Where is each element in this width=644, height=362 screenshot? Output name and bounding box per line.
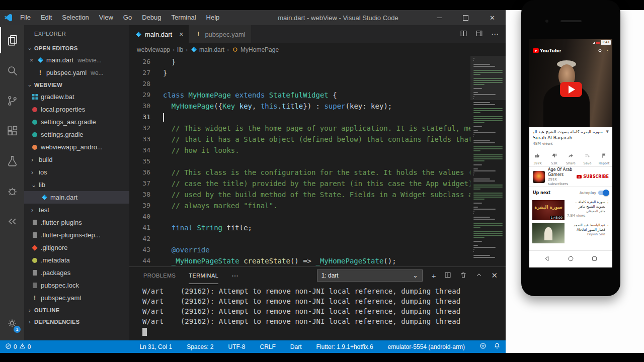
code-line[interactable]: 39 // always marked "final".: [129, 200, 470, 211]
menu-terminal[interactable]: Terminal: [166, 10, 201, 25]
code-line[interactable]: 27}: [129, 67, 470, 78]
autoplay-toggle[interactable]: [598, 191, 609, 195]
status-item-4[interactable]: Dart: [290, 343, 302, 350]
problems-status[interactable]: 0 0: [5, 343, 31, 351]
tree-item[interactable]: settings_aar.gradle: [24, 116, 129, 128]
status-item-6[interactable]: emulator-5554 (android-arm): [388, 343, 465, 350]
status-item-1[interactable]: Spaces: 2: [187, 343, 213, 350]
panel-more-icon[interactable]: ⋯: [231, 272, 238, 280]
menu-go[interactable]: Go: [118, 10, 137, 25]
dependencies-header[interactable]: › DEPENDENCIES: [24, 316, 129, 327]
save-button[interactable]: Save: [579, 151, 596, 166]
breadcrumb-item[interactable]: lib: [177, 46, 183, 53]
collapse-icon[interactable]: [0, 208, 24, 234]
tab-main.dart[interactable]: main.dart×: [129, 25, 189, 43]
status-item-5[interactable]: Flutter: 1.9.1+hotfix.6: [316, 343, 373, 350]
menu-view[interactable]: View: [94, 10, 118, 25]
code-line[interactable]: 29class MyHomePage extends StatefulWidge…: [129, 89, 470, 101]
channel-avatar[interactable]: [533, 171, 545, 183]
code-editor[interactable]: 26 }27}2829class MyHomePage extends Stat…: [129, 56, 506, 266]
video-title-row[interactable]: سورة البقرة كاملة بصوت الشيخ عبد الباسط …: [533, 129, 609, 135]
code-line[interactable]: 40: [129, 211, 470, 222]
status-item-2[interactable]: UTF-8: [228, 343, 246, 350]
outline-header[interactable]: › OUTLINE: [24, 304, 129, 316]
panel-tab-problems[interactable]: PROBLEMS: [143, 267, 176, 284]
code-line[interactable]: 41 final String title;: [129, 222, 470, 233]
tree-item[interactable]: webviewapp_andro...: [24, 141, 129, 153]
youtube-logo[interactable]: YouTube: [533, 48, 561, 53]
breadcrumb-item[interactable]: MyHomePage: [231, 46, 279, 53]
more-actions-icon[interactable]: ⋯: [491, 30, 499, 39]
feedback-smiley-icon[interactable]: [479, 342, 487, 351]
terminal-output[interactable]: W/art (29162): Attempt to remove non-JNI…: [129, 284, 506, 340]
code-line[interactable]: 38 // used by the build method of the St…: [129, 189, 470, 200]
flag-button[interactable]: Report: [596, 151, 612, 166]
kebab-menu-icon[interactable]: ⋮: [605, 48, 609, 53]
tree-item[interactable]: pubspec.lock: [24, 279, 129, 292]
source-control-icon[interactable]: [0, 87, 24, 114]
extensions-icon[interactable]: [0, 118, 24, 144]
tree-item[interactable]: .metadata: [24, 254, 129, 266]
suggested-video[interactable]: عبدالباسط عبد الصمد قصار السور Abdul Bas…: [529, 221, 612, 244]
close-editor-icon[interactable]: ×: [29, 56, 34, 64]
tree-item[interactable]: !pubspec.yaml: [24, 292, 129, 304]
recents-icon[interactable]: [591, 254, 598, 264]
tree-item[interactable]: ›ios: [24, 166, 129, 178]
test-icon[interactable]: [0, 148, 24, 174]
code-line[interactable]: 30 MyHomePage({Key key, this.title}) : s…: [129, 101, 470, 112]
open-editor-item[interactable]: ×main.dartwebvie...: [24, 54, 129, 66]
tree-item[interactable]: .packages: [24, 266, 129, 279]
code-line[interactable]: 35: [129, 156, 470, 167]
kill-terminal-icon[interactable]: [460, 272, 467, 280]
code-line[interactable]: 36 // This class is the configuration fo…: [129, 167, 470, 178]
editor-layout-icon[interactable]: [475, 30, 483, 39]
close-tab-icon[interactable]: ×: [179, 30, 183, 38]
minimize-button[interactable]: [426, 10, 452, 25]
debug-icon[interactable]: [0, 178, 24, 204]
search-icon[interactable]: [0, 57, 24, 83]
code-line[interactable]: 33 // that it has a State object (define…: [129, 134, 470, 145]
play-button[interactable]: [560, 82, 582, 97]
search-icon[interactable]: [598, 46, 603, 55]
kebab-menu-icon[interactable]: ⋮: [606, 201, 610, 205]
maximize-button[interactable]: [452, 10, 479, 25]
code-line[interactable]: 43 @override: [129, 244, 470, 255]
breadcrumb-item[interactable]: main.dart: [190, 46, 224, 53]
panel-tab-terminal[interactable]: TERMINAL: [189, 267, 218, 284]
youtube-video-player[interactable]: 1:41 YouTube ⋮: [529, 39, 612, 127]
code-line[interactable]: 34 // how it looks.: [129, 145, 470, 156]
menu-debug[interactable]: Debug: [137, 10, 166, 25]
code-line[interactable]: 42: [129, 233, 470, 244]
menu-selection[interactable]: Selection: [57, 10, 94, 25]
code-line[interactable]: 32 // This widget is the home page of yo…: [129, 123, 470, 134]
tree-item[interactable]: .gitignore: [24, 241, 129, 254]
kebab-menu-icon[interactable]: ⋮: [606, 224, 610, 228]
code-line[interactable]: 31: [129, 112, 470, 123]
close-panel-icon[interactable]: ✕: [491, 271, 498, 280]
minimap[interactable]: [470, 56, 506, 266]
thumb-down-button[interactable]: 53K: [546, 151, 562, 166]
suggested-video[interactable]: سورة البقرة1:48:00سورة البقرة كاملة .. ب…: [529, 198, 612, 221]
thumb-up-button[interactable]: 397K: [529, 151, 546, 166]
explorer-icon[interactable]: [0, 27, 24, 53]
terminal-picker[interactable]: 1: dart ⌄: [317, 269, 423, 282]
tree-item[interactable]: ›build: [24, 153, 129, 166]
tree-item[interactable]: local.properties: [24, 103, 129, 116]
notifications-bell-icon[interactable]: [494, 342, 501, 351]
menu-edit[interactable]: Edit: [36, 10, 57, 25]
minimap-slider[interactable]: [470, 56, 506, 100]
tree-item[interactable]: main.dart: [24, 191, 129, 204]
expand-chevron-icon[interactable]: ▼: [606, 130, 609, 134]
settings-gear-icon[interactable]: 1: [0, 310, 24, 336]
status-item-3[interactable]: CRLF: [260, 343, 276, 350]
tree-item[interactable]: .flutter-plugins: [24, 216, 129, 229]
tab-pubspec.yaml[interactable]: !pubspec.yaml: [189, 25, 251, 43]
home-icon[interactable]: [568, 254, 574, 264]
tree-item[interactable]: gradlew.bat: [24, 90, 129, 103]
new-terminal-icon[interactable]: +: [432, 272, 436, 280]
split-editor-icon[interactable]: [460, 30, 467, 39]
code-line[interactable]: 37 // case the title) provided by the pa…: [129, 178, 470, 189]
code-line[interactable]: 44 _MyHomePageState createState() => _My…: [129, 255, 470, 266]
status-item-0[interactable]: Ln 31, Col 1: [139, 343, 172, 350]
breadcrumb-item[interactable]: webviewapp: [137, 46, 170, 53]
